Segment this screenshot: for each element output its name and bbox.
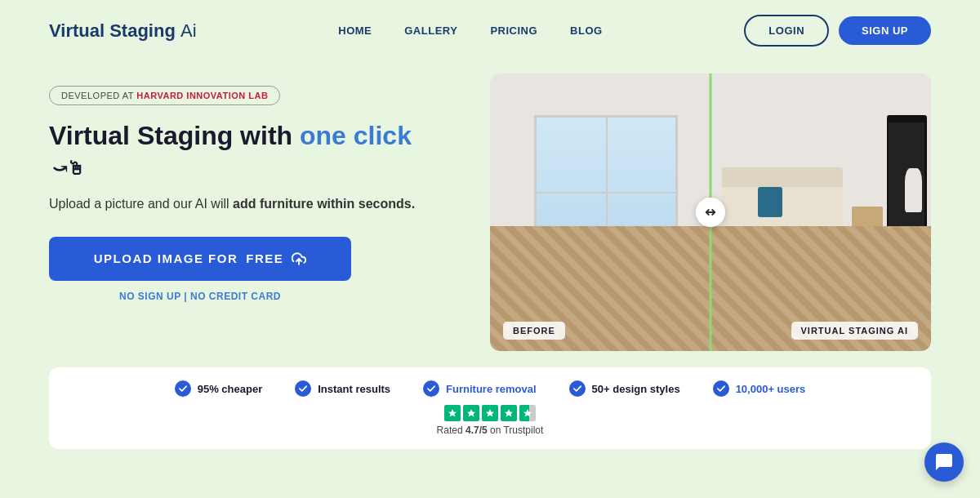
before-room: [490, 73, 710, 351]
check-furniture: [423, 380, 439, 397]
upload-icon: [292, 251, 306, 266]
badge-pre: DEVELOPED AT: [61, 91, 136, 100]
trust-post: on Trustpilot: [488, 425, 544, 436]
feature-furniture: Furniture removal: [423, 380, 537, 397]
svg-marker-5: [505, 409, 513, 417]
subtext: Upload a picture and our AI will add fur…: [49, 194, 441, 214]
cursor-icon: ⤻🖱: [52, 158, 85, 180]
upload-button[interactable]: UPLOAD IMAGE FOR FREE: [49, 237, 351, 281]
upload-label-pre: UPLOAD IMAGE FOR: [94, 251, 238, 265]
chat-button[interactable]: [924, 442, 964, 482]
before-panel: [490, 73, 710, 351]
before-label: BEFORE: [503, 322, 565, 340]
comparison-image: BEFORE VIRTUAL STAGING AI: [490, 73, 931, 351]
check-icon-3: [427, 385, 435, 393]
star-4: [501, 405, 517, 421]
upload-label-free: FREE: [246, 251, 283, 265]
feature-users-label: 10,000+ users: [736, 383, 806, 395]
stars-row: [444, 405, 536, 421]
main-content: DEVELOPED AT HARVARD INNOVATION LAB Virt…: [0, 61, 980, 351]
left-side: DEVELOPED AT HARVARD INNOVATION LAB Virt…: [49, 69, 441, 302]
trustpilot-text: Rated 4.7/5 on Trustpilot: [437, 425, 544, 436]
window-grid-h: [537, 192, 675, 193]
logo-ai: Ai: [180, 20, 197, 41]
svg-marker-6: [523, 409, 532, 417]
no-signup-text: NO SIGN UP | NO CREDIT CARD: [49, 291, 351, 302]
feature-cheaper-label: 95% cheaper: [198, 383, 263, 395]
logo-virtual: Virtual Staging: [49, 20, 180, 41]
nav-links: HOME GALLERY PRICING BLOG: [338, 24, 602, 37]
subtext-pre: Upload a picture and our AI will: [49, 197, 233, 211]
bottom-bar: 95% cheaper Instant results Furniture re…: [49, 367, 931, 449]
feature-cheaper: 95% cheaper: [175, 380, 263, 397]
arrows-icon: [703, 205, 718, 220]
nav-pricing[interactable]: PRICING: [490, 24, 537, 37]
badge-highlight: HARVARD INNOVATION LAB: [136, 91, 268, 100]
after-label: VIRTUAL STAGING AI: [791, 322, 918, 340]
feature-instant: Instant results: [295, 380, 390, 397]
feature-styles-label: 50+ design styles: [592, 383, 680, 395]
nav-gallery[interactable]: GALLERY: [404, 24, 457, 37]
headline-main: Virtual Staging with: [49, 121, 300, 150]
headline-highlight: one click: [300, 121, 412, 150]
star-5-half: [519, 405, 536, 421]
nav-home[interactable]: HOME: [338, 24, 372, 37]
login-button[interactable]: LOGIN: [744, 15, 829, 47]
before-after-container: BEFORE VIRTUAL STAGING AI: [490, 73, 931, 351]
chat-icon: [934, 452, 954, 472]
svg-marker-4: [486, 409, 494, 417]
svg-marker-3: [467, 409, 475, 417]
drag-handle[interactable]: [696, 198, 725, 227]
after-panel: [710, 73, 931, 351]
nav-blog[interactable]: BLOG: [570, 24, 603, 37]
nav-buttons: LOGIN SIGN UP: [744, 15, 931, 47]
trust-bold: 4.7/5: [466, 425, 488, 436]
star-2: [463, 405, 479, 421]
subtext-bold: add furniture within seconds.: [233, 197, 415, 211]
star-3: [482, 405, 498, 421]
svg-marker-2: [448, 409, 457, 417]
logo[interactable]: Virtual Staging Ai: [49, 20, 197, 42]
badge: DEVELOPED AT HARVARD INNOVATION LAB: [49, 86, 280, 105]
check-users: [713, 380, 729, 397]
check-icon-4: [573, 385, 581, 393]
check-styles: [569, 380, 586, 397]
pillow: [758, 187, 782, 217]
vase: [905, 168, 923, 212]
headline: Virtual Staging with one click ⤻🖱: [49, 120, 441, 183]
check-icon: [179, 385, 187, 393]
feature-users: 10,000+ users: [713, 380, 806, 397]
feature-furniture-label: Furniture removal: [446, 383, 537, 395]
check-icon-5: [717, 385, 725, 393]
feature-styles: 50+ design styles: [569, 380, 680, 397]
check-icon-2: [299, 385, 307, 393]
features-row: 95% cheaper Instant results Furniture re…: [175, 380, 806, 397]
check-cheaper: [175, 380, 191, 397]
check-instant: [295, 380, 311, 397]
signup-button[interactable]: SIGN UP: [839, 16, 931, 45]
navbar: Virtual Staging Ai HOME GALLERY PRICING …: [0, 0, 980, 61]
trust-pre: Rated: [437, 425, 466, 436]
star-1: [444, 405, 461, 421]
trustpilot-row: Rated 4.7/5 on Trustpilot: [437, 405, 544, 436]
feature-instant-label: Instant results: [318, 383, 390, 395]
sofa-back: [722, 167, 844, 187]
